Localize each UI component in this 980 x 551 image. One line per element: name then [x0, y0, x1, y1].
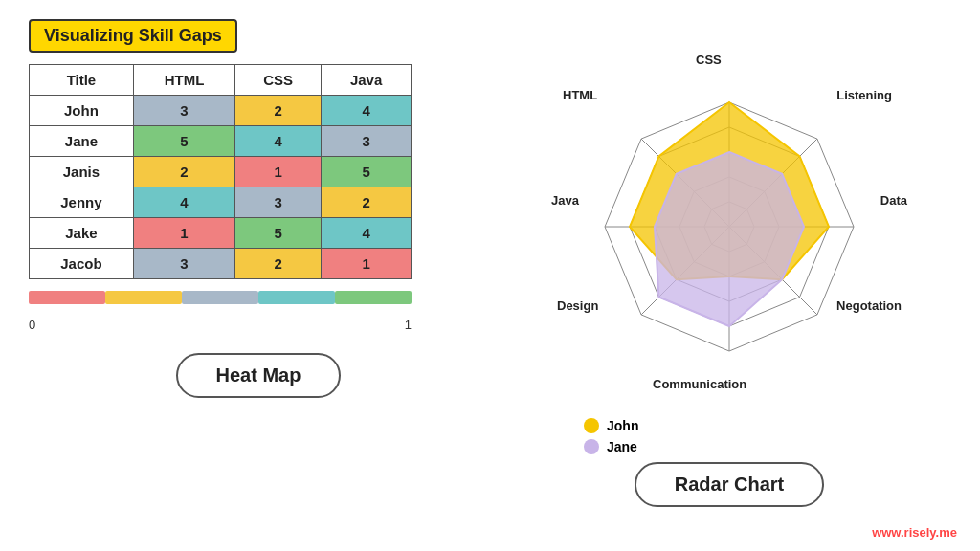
radar-label-button: Radar Chart	[635, 462, 824, 507]
legend-segment	[335, 291, 412, 304]
title-badge: Visualizing Skill Gaps	[29, 19, 237, 53]
radar-label-data: Data	[880, 193, 907, 208]
svg-marker-14	[655, 152, 804, 326]
radar-legend-jane: Jane	[584, 439, 638, 454]
cell-name: Jake	[30, 218, 134, 249]
cell-html: 1	[133, 218, 234, 249]
cell-name: Jacob	[30, 249, 134, 279]
legend-labels: 0 1	[29, 318, 412, 332]
jane-legend-label: Jane	[607, 439, 637, 454]
heat-map-table: Title HTML CSS Java John 3 2 4 Jane 5 4 …	[29, 64, 412, 279]
cell-html: 5	[133, 126, 234, 157]
legend-max: 1	[405, 318, 412, 332]
table-row: Janis 2 1 5	[30, 157, 412, 187]
heatmap-label-button: Heat Map	[176, 353, 342, 398]
radar-label-css: CSS	[696, 53, 722, 67]
cell-name: John	[30, 96, 134, 126]
cell-java: 4	[322, 96, 412, 126]
table-row: Jake 1 5 4	[30, 218, 412, 249]
cell-name: Janis	[30, 157, 134, 187]
cell-html: 3	[133, 96, 234, 126]
radar-label-java: Java	[551, 193, 579, 208]
cell-html: 2	[133, 157, 234, 187]
radar-label-negotation: Negotation	[836, 298, 902, 313]
john-legend-dot	[584, 418, 599, 433]
cell-css: 5	[235, 218, 322, 249]
john-legend-label: John	[607, 418, 638, 433]
col-header-css: CSS	[235, 65, 322, 96]
jane-legend-dot	[584, 439, 599, 454]
cell-name: Jenny	[30, 187, 134, 218]
radar-legend-john: John	[584, 418, 638, 433]
cell-css: 4	[235, 126, 322, 157]
col-header-java: Java	[322, 65, 412, 96]
radar-legend: John Jane	[507, 418, 638, 454]
table-row: Jacob 3 2 1	[30, 249, 412, 279]
radar-chart-container: CSS Listening Data Negotation Communicat…	[547, 45, 911, 408]
table-row: Jenny 4 3 2	[30, 187, 412, 218]
radar-label-listening: Listening	[836, 88, 892, 102]
col-header-html: HTML	[133, 65, 234, 96]
col-header-title: Title	[30, 65, 134, 96]
color-legend-bar	[29, 291, 412, 304]
legend-segment	[182, 291, 258, 304]
cell-css: 2	[235, 96, 322, 126]
cell-name: Jane	[30, 126, 134, 157]
table-row: John 3 2 4	[30, 96, 412, 126]
cell-css: 2	[235, 249, 322, 279]
cell-java: 4	[322, 218, 412, 249]
website-link: www.risely.me	[872, 525, 957, 540]
cell-css: 3	[235, 187, 322, 218]
legend-segment	[29, 291, 105, 304]
cell-css: 1	[235, 157, 322, 187]
legend-segment	[105, 291, 182, 304]
table-row: Jane 5 4 3	[30, 126, 412, 157]
cell-java: 1	[322, 249, 412, 279]
cell-java: 2	[322, 187, 412, 218]
radar-label-communication: Communication	[653, 377, 746, 391]
cell-java: 3	[322, 126, 412, 157]
radar-label-design: Design	[557, 298, 598, 313]
cell-html: 4	[133, 187, 234, 218]
cell-html: 3	[133, 249, 234, 279]
cell-java: 5	[322, 157, 412, 187]
legend-segment	[258, 291, 335, 304]
legend-min: 0	[29, 318, 35, 332]
radar-label-html: HTML	[563, 88, 597, 102]
